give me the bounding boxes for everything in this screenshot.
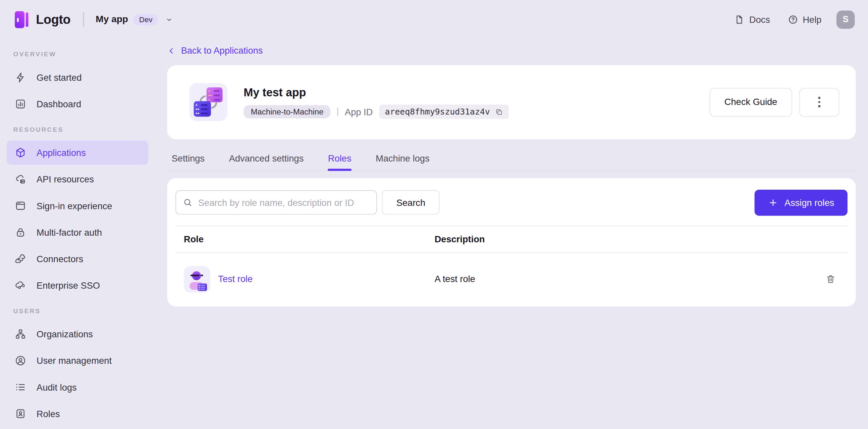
sidebar-item-organizations[interactable]: Organizations <box>7 322 148 346</box>
sidebar: OVERVIEW Get started Dashboard RESOURCES… <box>0 39 155 429</box>
app-detail-tabs: Settings Advanced settings Roles Machine… <box>167 148 856 171</box>
cube-icon <box>14 146 27 159</box>
sidebar-item-roles[interactable]: Roles <box>7 401 148 426</box>
app-meta-row: Machine-to-Machine App ID areeq8fhmy9szu… <box>244 105 508 119</box>
list-icon <box>14 381 27 393</box>
kebab-icon <box>818 97 820 99</box>
app-info: My test app Machine-to-Machine App ID ar… <box>244 85 508 119</box>
topbar: Logto My app Dev Docs Help S <box>0 0 868 39</box>
page-title: My test app <box>244 85 508 99</box>
sidebar-item-label: Audit logs <box>36 382 76 393</box>
table-header-row: Role Description <box>176 225 847 253</box>
help-icon <box>788 14 799 25</box>
sidebar-item-label: Enterprise SSO <box>36 280 100 291</box>
delete-role-button[interactable] <box>823 271 838 286</box>
app-id-label: App ID <box>345 107 373 117</box>
tab-settings[interactable]: Settings <box>172 148 205 170</box>
role-name-link[interactable]: Test role <box>218 274 252 284</box>
logto-door-icon <box>13 10 30 29</box>
sidebar-item-dashboard[interactable]: Dashboard <box>7 92 148 116</box>
app-root: Logto My app Dev Docs Help S OVERVIEW <box>0 0 868 429</box>
tenant-switcher[interactable]: My app Dev <box>96 13 174 25</box>
sidebar-item-label: Roles <box>36 408 60 419</box>
chevron-down-icon <box>165 15 174 24</box>
docs-label: Docs <box>749 14 770 25</box>
browser-icon <box>14 200 27 212</box>
sidebar-item-label: Organizations <box>36 329 93 339</box>
sidebar-item-label: API resources <box>36 174 94 185</box>
search-input[interactable] <box>198 197 370 208</box>
app-type-badge: Machine-to-Machine <box>244 105 331 118</box>
roles-table: Role Description <box>176 225 847 305</box>
column-header-description: Description <box>435 234 813 244</box>
sidebar-item-label: Dashboard <box>36 99 81 109</box>
cloud-box-icon <box>14 173 27 185</box>
back-to-applications-link[interactable]: Back to Applications <box>167 45 263 56</box>
sidebar-item-label: Applications <box>36 147 86 158</box>
user-avatar[interactable]: S <box>837 10 855 29</box>
cloud-key-icon <box>14 279 27 292</box>
chevron-left-icon <box>167 46 176 55</box>
app-header-card: My test app Machine-to-Machine App ID ar… <box>167 65 856 139</box>
sidebar-item-user-management[interactable]: User management <box>7 349 148 373</box>
meta-divider <box>337 107 338 116</box>
search-icon <box>183 198 192 207</box>
assign-roles-label: Assign roles <box>784 197 834 208</box>
sidebar-item-label: Multi-factor auth <box>36 227 102 238</box>
logto-logo[interactable]: Logto <box>13 10 70 29</box>
sidebar-item-sign-in-experience[interactable]: Sign-in experience <box>7 194 148 218</box>
brand-name: Logto <box>36 12 70 27</box>
sidebar-item-audit-logs[interactable]: Audit logs <box>7 375 148 400</box>
sidebar-item-label: Get started <box>36 72 82 83</box>
clouds-icon <box>14 253 27 265</box>
more-actions-button[interactable] <box>799 88 839 117</box>
table-row: Test role A test role <box>176 253 847 305</box>
role-cell: Test role <box>176 266 435 292</box>
app-id-value: areeq8fhmy9szud31az4v <box>385 107 490 117</box>
search-button[interactable]: Search <box>382 190 440 215</box>
tab-machine-logs[interactable]: Machine logs <box>376 148 429 170</box>
plus-icon <box>768 197 779 208</box>
sidebar-item-multi-factor-auth[interactable]: Multi-factor auth <box>7 220 148 244</box>
sidebar-item-api-resources[interactable]: API resources <box>7 167 148 192</box>
tab-advanced-settings[interactable]: Advanced settings <box>229 148 304 170</box>
sidebar-section-users: USERS <box>13 306 148 316</box>
docs-link[interactable]: Docs <box>734 14 770 25</box>
lock-icon <box>14 226 27 238</box>
lightning-icon <box>14 71 27 84</box>
sidebar-item-get-started[interactable]: Get started <box>7 65 148 90</box>
row-actions <box>813 271 848 286</box>
column-header-role: Role <box>176 234 435 244</box>
trash-icon <box>825 274 836 284</box>
id-badge-icon <box>14 407 27 420</box>
roles-toolbar: Search Assign roles <box>176 189 847 216</box>
role-description: A test role <box>435 274 813 284</box>
document-icon <box>734 14 745 25</box>
org-chart-icon <box>14 328 27 340</box>
m2m-app-icon <box>189 83 227 121</box>
sidebar-item-label: User management <box>36 356 112 366</box>
help-label: Help <box>803 14 822 25</box>
sidebar-section-overview: OVERVIEW <box>13 50 148 59</box>
env-badge: Dev <box>133 13 158 25</box>
sidebar-item-label: Sign-in experience <box>36 201 112 211</box>
tenant-name: My app <box>96 14 128 25</box>
role-avatar-icon <box>184 266 210 292</box>
copy-icon[interactable] <box>495 107 503 116</box>
help-link[interactable]: Help <box>788 14 822 25</box>
sidebar-section-resources: RESOURCES <box>13 125 148 134</box>
assign-roles-button[interactable]: Assign roles <box>755 189 848 216</box>
bar-chart-icon <box>14 98 27 110</box>
roles-panel: Search Assign roles Role Description <box>167 178 856 306</box>
sidebar-item-applications[interactable]: Applications <box>7 140 148 165</box>
check-guide-button[interactable]: Check Guide <box>709 88 792 117</box>
sidebar-item-label: Connectors <box>36 254 83 264</box>
app-id-chip[interactable]: areeq8fhmy9szud31az4v <box>379 105 508 119</box>
user-circle-icon <box>14 355 27 367</box>
tab-roles[interactable]: Roles <box>328 148 351 170</box>
main-content: Back to Applications <box>155 39 868 429</box>
sidebar-item-enterprise-sso[interactable]: Enterprise SSO <box>7 273 148 298</box>
sidebar-item-connectors[interactable]: Connectors <box>7 246 148 271</box>
search-box[interactable] <box>176 190 377 215</box>
topbar-divider <box>83 12 84 27</box>
